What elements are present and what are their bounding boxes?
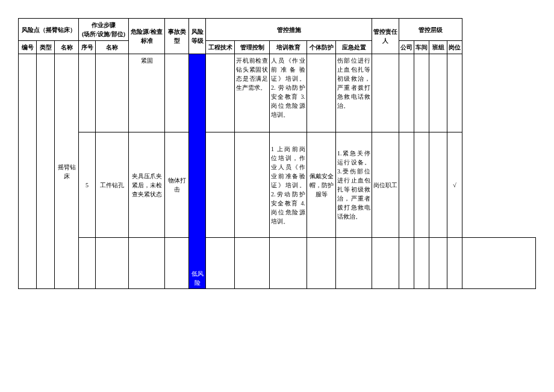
cell-ppe: 佩戴安全帽，防护服等 (307, 132, 336, 238)
header-control-person: 管控责任人 (372, 19, 399, 54)
cell-empty (462, 238, 536, 289)
header-accident-type: 事故类型 (165, 19, 189, 54)
cell-team (429, 132, 447, 238)
cell-empty (165, 238, 189, 289)
cell-empty (270, 238, 307, 289)
header-control-level: 管控层级 (399, 19, 462, 41)
header-team: 班组 (429, 41, 447, 54)
cell-empty (447, 238, 462, 289)
cell-person (372, 54, 399, 132)
cell-empty (206, 238, 235, 289)
cell-empty (429, 238, 447, 289)
cell-team (429, 54, 447, 132)
cell-empty (129, 238, 165, 289)
header-work-step: 作业步骤 (场所/设施/部位) (79, 19, 129, 41)
cell-person: 岗位职工 (372, 132, 399, 238)
cell-stepname (96, 54, 129, 132)
cell-eng (206, 54, 235, 132)
header-eng: 工程技术 (206, 41, 235, 54)
header-workshop: 车间 (414, 41, 429, 54)
header-seq: 序号 (79, 41, 96, 54)
header-risk-point: 风险点（摇臂钻床） (19, 19, 79, 41)
cell-mgmt (235, 132, 270, 238)
cell-post: √ (447, 132, 462, 238)
header-hazard-source: 危险源/检查标准 (129, 19, 165, 54)
cell-company (399, 132, 414, 238)
header-post: 岗位 (447, 41, 462, 54)
cell-seq: 5 (79, 132, 96, 238)
cell-accident: 物体打击 (165, 132, 189, 238)
cell-emergency: 伤部位进行止血包扎等初级救治，严重者拨打急救电话救治。 (336, 54, 372, 132)
cell-empty (399, 238, 414, 289)
header-ppe: 个体防护 (307, 41, 336, 54)
header-row-2: 编号 类型 名称 序号 名称 工程技术 管理控制 培训教育 个体防护 应急处置 … (19, 41, 536, 54)
table-row (19, 238, 536, 289)
cell-mgmt: 开机前检查钻头紧固状态是否满足生产需求。 (235, 54, 270, 132)
cell-workshop (414, 132, 429, 238)
cell-ppe (307, 54, 336, 132)
cell-num (19, 54, 37, 289)
cell-empty (414, 238, 429, 289)
header-name: 名称 (55, 41, 79, 54)
header-train: 培训教育 (270, 41, 307, 54)
header-type: 类型 (37, 41, 55, 54)
table-row: 摇臂钻床 紧固 低风险 开机前检查钻头紧固状态是否满足生产需求。 人员《作业前准… (19, 54, 536, 132)
risk-assessment-table: 风险点（摇臂钻床） 作业步骤 (场所/设施/部位) 危险源/检查标准 事故类型 … (18, 18, 536, 289)
cell-train: 人员《作业前准备验证》培训。2. 劳动防护安全教育 3. 岗位危险源 培训。 (270, 54, 307, 132)
cell-empty (307, 238, 336, 289)
cell-stepname: 工件钻孔 (96, 132, 129, 238)
header-mgmt: 管理控制 (235, 41, 270, 54)
cell-empty (235, 238, 270, 289)
cell-train: 1 上岗前岗位培训，作业人员《作业前准备验证》培训。2.劳动防护安全教育 4.岗… (270, 132, 307, 238)
header-company: 公司 (399, 41, 414, 54)
cell-company (399, 54, 414, 132)
table-row: 5 工件钻孔 夹具压爪夹紧后，未检查夹紧状态 物体打击 1 上岗前岗位培训，作业… (19, 132, 536, 238)
header-emergency: 应急处置 (336, 41, 372, 54)
cell-empty (79, 238, 96, 289)
header-step-name: 名称 (96, 41, 129, 54)
header-control-measures: 管控措施 (206, 19, 372, 41)
cell-empty (372, 238, 399, 289)
cell-empty (336, 238, 372, 289)
cell-empty (96, 238, 129, 289)
header-risk-level: 风险等级 (189, 19, 206, 54)
cell-name: 摇臂钻床 (55, 54, 79, 289)
cell-hazard: 紧固 (129, 54, 165, 132)
cell-accident (165, 54, 189, 132)
cell-post (447, 54, 462, 132)
cell-emergency: 1.紧急关停运行设备。3.受伤部位进行止血包扎等初级救治，严重者拨打急救电话救治… (336, 132, 372, 238)
cell-eng (206, 132, 235, 238)
cell-seq (79, 54, 96, 132)
cell-cat (37, 54, 55, 289)
header-num: 编号 (19, 41, 37, 54)
cell-hazard: 夹具压爪夹紧后，未检查夹紧状态 (129, 132, 165, 238)
cell-workshop (414, 54, 429, 132)
header-row-1: 风险点（摇臂钻床） 作业步骤 (场所/设施/部位) 危险源/检查标准 事故类型 … (19, 19, 536, 41)
cell-risk-level: 低风险 (189, 54, 206, 289)
